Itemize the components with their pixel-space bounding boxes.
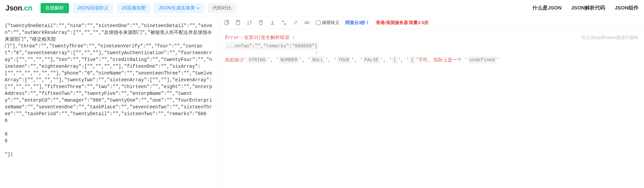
err-msg-3: ' [497,57,499,63]
toolbar: 保留转义 阿里云3折！ 香港/美国服务器 限量2.5折 [219,16,644,29]
error-location: 在第1行发生解析错误 : [244,35,295,40]
promo-hk-link[interactable]: 香港/美国服务器 限量2.5折 [376,20,428,26]
sort-icon[interactable] [247,20,252,25]
nav-what-link[interactable]: 什么是JSON [532,5,562,11]
token-undefined: undefined [468,56,496,64]
nav-diff-button[interactable]: 代码对比 [208,3,236,13]
download-icon[interactable] [270,20,275,25]
nav-compress-button[interactable]: JSON压缩转义 [72,3,113,13]
keep-escape-label: 保留转义 [322,20,339,26]
chevron-down-icon [196,5,200,11]
err-msg-2: '字符, 实际上是一个 ' [415,57,468,63]
logo[interactable]: Json.cn [5,4,32,13]
nav-parse-button[interactable]: 在线解析 [41,3,69,13]
collapse-icon[interactable] [304,20,310,25]
error-snippet: ...enTwo":"","remarks":"666666"} [225,42,319,50]
token-lbracket: [ [410,56,415,64]
edit-hint: 可点击key和value值进行编辑 [581,34,638,41]
error-body: 此处缺少'STRING', 'NUMBER', 'NULL', 'TRUE', … [225,56,638,64]
copy-icon[interactable] [224,20,229,25]
keep-escape-checkbox[interactable]: 保留转义 [316,20,339,26]
nav-code-link[interactable]: JSON解析代码 [571,5,605,11]
nav-entity-button[interactable]: JSON生成实体类 [154,3,204,13]
token-null: NULL [311,56,325,64]
svg-rect-3 [305,22,307,24]
output-area: 可点击key和value值进行编辑 Error：在第1行发生解析错误 : ...… [219,29,644,188]
error-prefix: Error： [225,35,244,40]
logo-part1: Json [5,4,22,12]
compress-icon[interactable] [281,20,287,25]
wand-icon[interactable] [293,20,298,25]
arrow-up-icon: ↑ [315,50,638,56]
token-lbrace: { [392,56,398,64]
err-msg-1: 此处缺少' [225,57,247,63]
token-string: STRING [247,56,267,64]
nav-obfuscate-button[interactable]: JS混淆加密 [117,3,150,13]
keep-escape-input[interactable] [316,20,320,25]
svg-rect-4 [307,22,309,24]
paste-icon[interactable] [235,20,241,25]
trash-icon[interactable] [258,20,264,25]
nav-entity-label: JSON生成实体类 [159,5,195,11]
svg-rect-0 [225,21,228,25]
nav-component-link[interactable]: JSON组件 [615,5,639,11]
json-input[interactable]: {"twentyOneDetail":"","nine":"","sixteen… [5,22,214,182]
nav-right: 什么是JSON JSON解析代码 JSON组件 [532,5,639,11]
token-false: FALSE [363,56,380,64]
token-number: NUMBER [279,56,299,64]
promo-aliyun-link[interactable]: 阿里云3折！ [345,20,370,26]
error-line-1: Error：在第1行发生解析错误 : [225,34,638,41]
nav-buttons: 在线解析 JSON压缩转义 JS混淆加密 JSON生成实体类 代码对比 [41,3,236,13]
logo-part2: .cn [22,4,32,12]
main: {"twentyOneDetail":"","nine":"","sixteen… [0,16,644,188]
token-true: TRUE [337,56,351,64]
output-pane: 保留转义 阿里云3折！ 香港/美国服务器 限量2.5折 可点击key和value… [219,16,644,188]
input-pane: {"twentyOneDetail":"","nine":"","sixteen… [0,16,219,188]
header: Json.cn 在线解析 JSON压缩转义 JS混淆加密 JSON生成实体类 代… [0,0,644,16]
